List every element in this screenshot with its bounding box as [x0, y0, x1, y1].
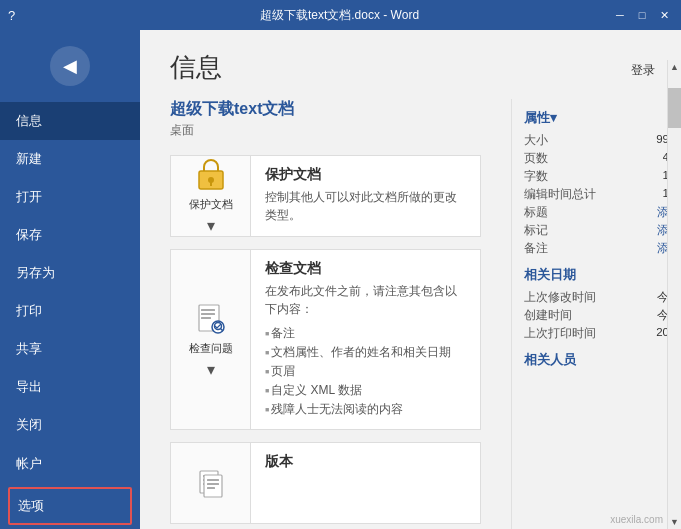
version-icon[interactable]	[171, 443, 251, 523]
sidebar-item-label: 选项	[18, 498, 44, 513]
prop-lastprinted: 上次打印时间 20	[524, 326, 669, 341]
prop-title: 标题 添	[524, 205, 669, 220]
sidebar-item-export[interactable]: 导出	[0, 368, 140, 406]
scroll-up[interactable]: ▲	[668, 60, 681, 74]
protect-dropdown[interactable]: ▾	[207, 216, 215, 235]
sidebar-item-label: 打开	[16, 189, 42, 204]
protect-icon[interactable]: 保护文档 ▾	[171, 156, 251, 236]
left-panel: 超级下载text文档 桌面 保护文档 ▾	[140, 99, 511, 529]
svg-rect-17	[207, 487, 215, 489]
dates-title: 相关日期	[524, 266, 669, 284]
prop-words: 字数 1	[524, 169, 669, 184]
inspect-icon-label: 检查问题	[189, 341, 233, 356]
sidebar-item-print[interactable]: 打印	[0, 292, 140, 330]
inspect-title: 检查文档	[265, 260, 466, 278]
content-main: 超级下载text文档 桌面 保护文档 ▾	[140, 99, 681, 529]
list-item: 残障人士无法阅读的内容	[265, 400, 466, 419]
prop-label: 上次打印时间	[524, 326, 596, 341]
document-location: 桌面	[170, 122, 481, 139]
sidebar: ◀ 信息 新建 打开 保存 另存为 打印 共享 导出 关闭 帐户	[0, 30, 140, 529]
sidebar-item-share[interactable]: 共享	[0, 330, 140, 368]
sidebar-item-label: 信息	[16, 113, 42, 128]
prop-label: 上次修改时间	[524, 290, 596, 305]
protect-card: 保护文档 ▾ 保护文档 控制其他人可以对此文档所做的更改类型。	[170, 155, 481, 237]
prop-tag: 标记 添	[524, 223, 669, 238]
sidebar-item-open[interactable]: 打开	[0, 178, 140, 216]
prop-label: 大小	[524, 133, 548, 148]
content-area: 登录 信息 超级下载text文档 桌面	[140, 30, 681, 529]
sidebar-item-label: 关闭	[16, 417, 42, 432]
svg-rect-5	[201, 313, 215, 315]
sidebar-item-label: 共享	[16, 341, 42, 356]
sidebar-item-label: 新建	[16, 151, 42, 166]
svg-rect-15	[207, 479, 219, 481]
scrollbar[interactable]: ▲ ▼	[667, 60, 681, 529]
sidebar-item-label: 打印	[16, 303, 42, 318]
list-item: 页眉	[265, 362, 466, 381]
prop-created: 创建时间 今	[524, 308, 669, 323]
protect-icon-label: 保护文档	[189, 197, 233, 212]
inspect-desc: 在发布此文件之前，请注意其包含以下内容：	[265, 282, 466, 318]
svg-rect-14	[204, 475, 222, 497]
login-button[interactable]: 登录	[625, 60, 661, 81]
sidebar-item-info[interactable]: 信息	[0, 102, 140, 140]
list-item: 文档属性、作者的姓名和相关日期	[265, 343, 466, 362]
protect-title: 保护文档	[265, 166, 466, 184]
inspect-card: 检查问题 ▾ 检查文档 在发布此文件之前，请注意其包含以下内容： 备注 文档属性…	[170, 249, 481, 430]
sidebar-item-account[interactable]: 帐户	[0, 445, 140, 483]
prop-label: 标题	[524, 205, 548, 220]
back-icon: ◀	[63, 55, 77, 77]
prop-label: 创建时间	[524, 308, 572, 323]
help-button[interactable]: ?	[8, 8, 15, 23]
prop-label: 页数	[524, 151, 548, 166]
sidebar-item-label: 帐户	[16, 456, 42, 471]
prop-label: 标记	[524, 223, 548, 238]
sidebar-item-save[interactable]: 保存	[0, 216, 140, 254]
prop-edittime: 编辑时间总计 1	[524, 187, 669, 202]
sidebar-item-label: 导出	[16, 379, 42, 394]
close-button[interactable]: ✕	[655, 6, 673, 24]
document-name: 超级下载text文档	[170, 99, 481, 120]
inspect-dropdown[interactable]: ▾	[207, 360, 215, 379]
sidebar-item-label: 另存为	[16, 265, 55, 280]
attributes-title[interactable]: 属性▾	[524, 109, 669, 127]
list-item: 自定义 XML 数据	[265, 381, 466, 400]
svg-rect-16	[207, 483, 219, 485]
scroll-thumb[interactable]	[668, 88, 681, 128]
version-content: 版本	[251, 443, 480, 523]
people-title: 相关人员	[524, 351, 669, 369]
minimize-button[interactable]: ─	[611, 6, 629, 24]
list-item: 备注	[265, 324, 466, 343]
protect-content: 保护文档 控制其他人可以对此文档所做的更改类型。	[251, 156, 480, 236]
page-title: 信息	[170, 50, 651, 85]
sidebar-item-close[interactable]: 关闭	[0, 406, 140, 444]
title-bar: ? 超级下载text文档.docx - Word ─ □ ✕	[0, 0, 681, 30]
prop-label: 编辑时间总计	[524, 187, 596, 202]
prop-size: 大小 99	[524, 133, 669, 148]
scroll-down[interactable]: ▼	[668, 515, 681, 529]
svg-rect-6	[201, 317, 211, 319]
inspect-list: 备注 文档属性、作者的姓名和相关日期 页眉 自定义 XML 数据 残障人士无法阅…	[265, 324, 466, 419]
app-body: ◀ 信息 新建 打开 保存 另存为 打印 共享 导出 关闭 帐户	[0, 30, 681, 529]
prop-notes: 备注 添	[524, 241, 669, 256]
sidebar-item-label: 保存	[16, 227, 42, 242]
inspect-content: 检查文档 在发布此文件之前，请注意其包含以下内容： 备注 文档属性、作者的姓名和…	[251, 250, 480, 429]
version-title: 版本	[265, 453, 466, 471]
window-title: 超级下载text文档.docx - Word	[68, 7, 611, 24]
watermark: xuexila.com	[610, 514, 663, 525]
back-button[interactable]: ◀	[50, 46, 90, 86]
sidebar-item-saveas[interactable]: 另存为	[0, 254, 140, 292]
content-header: 信息	[140, 30, 681, 99]
prop-pages: 页数 4	[524, 151, 669, 166]
maximize-button[interactable]: □	[633, 6, 651, 24]
protect-desc: 控制其他人可以对此文档所做的更改类型。	[265, 188, 466, 224]
sidebar-item-options[interactable]: 选项	[8, 487, 132, 525]
prop-label: 备注	[524, 241, 548, 256]
version-card: 版本	[170, 442, 481, 524]
prop-lastmodified: 上次修改时间 今	[524, 290, 669, 305]
svg-rect-4	[201, 309, 215, 311]
right-panel: 属性▾ 大小 99 页数 4 字数 1 编辑时间总计 1	[511, 99, 681, 529]
inspect-icon[interactable]: 检查问题 ▾	[171, 250, 251, 429]
prop-label: 字数	[524, 169, 548, 184]
sidebar-item-new[interactable]: 新建	[0, 140, 140, 178]
